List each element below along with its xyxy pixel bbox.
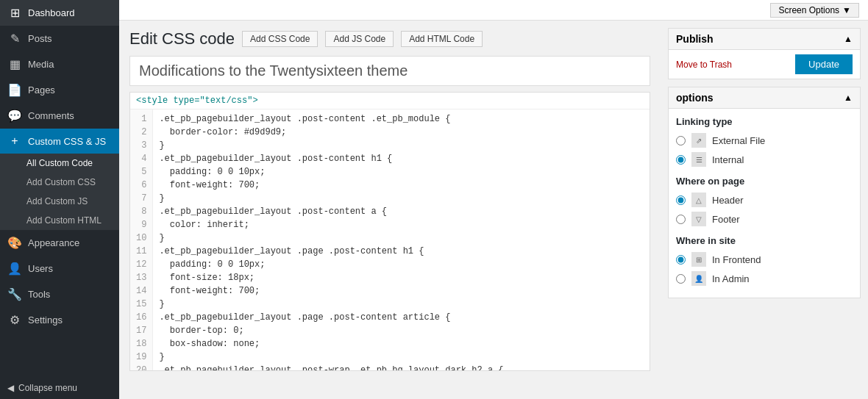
where-in-site-section: Where in site ⊞ In Frontend 👤 In Admin xyxy=(676,235,853,286)
page-title: Edit CSS code xyxy=(129,29,235,48)
add-css-code-button[interactable]: Add CSS Code xyxy=(242,31,318,47)
radio-in-admin: 👤 In Admin xyxy=(676,271,853,286)
radio-header: △ Header xyxy=(676,193,853,207)
topbar: Screen Options ▼ xyxy=(119,0,868,21)
comments-icon: 💬 xyxy=(7,109,22,123)
options-panel: options ▲ Linking type ⇗ External File xyxy=(668,87,861,298)
sidebar-item-appearance[interactable]: 🎨 Appearance xyxy=(0,230,119,256)
custom-css-icon: + xyxy=(7,134,22,148)
pages-icon: 📄 xyxy=(7,83,22,97)
internal-icon: ☰ xyxy=(691,152,706,167)
style-tag-open: <style type="text/css"> xyxy=(130,93,650,109)
settings-icon: ⚙ xyxy=(7,313,22,327)
publish-actions: Move to Trash Update xyxy=(669,50,860,79)
sidebar: ⊞ Dashboard ✎ Posts ▦ Media 📄 Pages 💬 Co… xyxy=(0,0,119,399)
in-frontend-radio[interactable] xyxy=(676,255,686,265)
update-button[interactable]: Update xyxy=(795,54,853,74)
sidebar-item-pages[interactable]: 📄 Pages xyxy=(0,77,119,103)
sidebar-item-tools[interactable]: 🔧 Tools xyxy=(0,281,119,307)
footer-icon: ▽ xyxy=(691,212,706,226)
where-in-site-label: Where in site xyxy=(676,235,853,246)
linking-type-section: Linking type ⇗ External File ☰ Internal xyxy=(676,116,853,167)
media-icon: ▦ xyxy=(7,57,22,71)
header-label[interactable]: Header xyxy=(712,195,744,206)
tools-icon: 🔧 xyxy=(7,287,22,301)
line-numbers: 123456789101112131415161718192021 xyxy=(130,109,153,371)
sidebar-item-posts[interactable]: ✎ Posts xyxy=(0,26,119,51)
sidebar-item-dashboard[interactable]: ⊞ Dashboard xyxy=(0,0,119,26)
sidebar-item-settings[interactable]: ⚙ Settings xyxy=(0,307,119,333)
in-frontend-icon: ⊞ xyxy=(691,252,706,267)
submenu-add-custom-js[interactable]: Add Custom JS xyxy=(0,192,119,211)
collapse-menu-btn[interactable]: ◀ Collapse menu xyxy=(0,377,119,399)
in-admin-icon: 👤 xyxy=(691,271,706,286)
main-area: Screen Options ▼ Edit CSS code Add CSS C… xyxy=(119,0,868,399)
radio-internal: ☰ Internal xyxy=(676,152,853,167)
posts-icon: ✎ xyxy=(7,32,22,46)
internal-radio[interactable] xyxy=(676,155,686,165)
internal-label[interactable]: Internal xyxy=(712,154,744,165)
sidebar-item-custom-css[interactable]: + Custom CSS & JS xyxy=(0,129,119,154)
code-title-input[interactable] xyxy=(129,56,650,86)
page-title-row: Edit CSS code Add CSS Code Add JS Code A… xyxy=(129,29,650,48)
collapse-arrow-icon: ◀ xyxy=(7,383,14,393)
options-panel-header: options ▲ xyxy=(669,87,860,109)
header-radio[interactable] xyxy=(676,195,686,205)
radio-external-file: ⇗ External File xyxy=(676,133,853,148)
screen-options-button[interactable]: Screen Options ▼ xyxy=(770,3,859,18)
publish-panel-header: Publish ▲ xyxy=(669,29,860,50)
custom-css-submenu: All Custom Code Add Custom CSS Add Custo… xyxy=(0,154,119,230)
sidebar-item-comments[interactable]: 💬 Comments xyxy=(0,103,119,129)
radio-footer: ▽ Footer xyxy=(676,212,853,226)
chevron-down-icon: ▼ xyxy=(842,5,851,15)
publish-panel: Publish ▲ Move to Trash Update xyxy=(668,28,861,79)
in-admin-label[interactable]: In Admin xyxy=(712,273,750,284)
radio-in-frontend: ⊞ In Frontend xyxy=(676,252,853,267)
submenu-add-custom-css[interactable]: Add Custom CSS xyxy=(0,173,119,192)
external-file-radio[interactable] xyxy=(676,136,686,145)
content-area: Edit CSS code Add CSS Code Add JS Code A… xyxy=(119,21,868,399)
in-frontend-label[interactable]: In Frontend xyxy=(712,254,761,265)
options-toggle-icon[interactable]: ▲ xyxy=(844,93,853,103)
sidebar-item-media[interactable]: ▦ Media xyxy=(0,51,119,77)
linking-type-label: Linking type xyxy=(676,116,853,127)
external-file-label[interactable]: External File xyxy=(712,135,765,146)
code-content[interactable]: .et_pb_pagebuilder_layout .post-content … xyxy=(153,109,509,371)
footer-label[interactable]: Footer xyxy=(712,214,740,225)
sidebar-item-users[interactable]: 👤 Users xyxy=(0,256,119,281)
publish-toggle-icon[interactable]: ▲ xyxy=(844,34,853,44)
add-js-code-button[interactable]: Add JS Code xyxy=(325,31,394,47)
users-icon: 👤 xyxy=(7,262,22,276)
header-icon: △ xyxy=(691,193,706,207)
code-editor[interactable]: <style type="text/css"> 1234567891011121… xyxy=(129,92,650,371)
where-on-page-label: Where on page xyxy=(676,176,853,187)
editor-area: Edit CSS code Add CSS Code Add JS Code A… xyxy=(119,21,661,399)
options-panel-body: Linking type ⇗ External File ☰ Internal xyxy=(669,109,860,298)
footer-radio[interactable] xyxy=(676,215,686,224)
appearance-icon: 🎨 xyxy=(7,236,22,250)
add-html-code-button[interactable]: Add HTML Code xyxy=(401,31,483,47)
move-to-trash-link[interactable]: Move to Trash xyxy=(676,60,732,70)
submenu-all-custom-code[interactable]: All Custom Code xyxy=(0,154,119,173)
in-admin-radio[interactable] xyxy=(676,274,686,284)
external-file-icon: ⇗ xyxy=(691,133,706,148)
dashboard-icon: ⊞ xyxy=(7,6,22,20)
where-on-page-section: Where on page △ Header ▽ Footer xyxy=(676,176,853,226)
submenu-add-custom-html[interactable]: Add Custom HTML xyxy=(0,211,119,230)
right-panel: Publish ▲ Move to Trash Update options ▲ xyxy=(661,21,868,399)
